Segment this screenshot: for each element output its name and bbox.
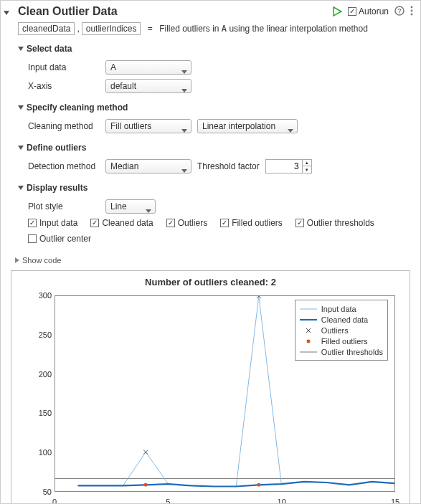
x-tick: 5	[166, 498, 170, 504]
cleaning-method-label: Cleaning method	[28, 121, 100, 131]
chk-thresholds[interactable]: Outlier thresholds	[295, 218, 374, 228]
chart-title: Number of outliers cleaned: 2	[11, 271, 410, 287]
show-code-toggle[interactable]: Show code	[8, 250, 413, 270]
output-var-1[interactable]: cleanedData	[18, 22, 75, 35]
chevron-right-icon	[15, 257, 19, 263]
svg-point-4	[411, 9, 413, 11]
xaxis-label: X-axis	[28, 81, 100, 91]
y-tick: 100	[11, 448, 52, 457]
svg-point-17	[306, 339, 310, 343]
threshold-field[interactable]	[266, 161, 302, 171]
input-data-select[interactable]: A	[105, 60, 191, 75]
svg-text:?: ?	[397, 7, 402, 14]
xaxis-select[interactable]: default	[105, 79, 191, 93]
threshold-step-down[interactable]: ▼	[303, 166, 311, 173]
svg-point-12	[257, 483, 260, 487]
autorun-checkbox[interactable]: Autorun	[348, 6, 389, 16]
y-tick: 150	[11, 409, 52, 417]
output-description: cleanedData, outlierIndices = Filled out…	[8, 21, 413, 39]
autorun-checkbox-box[interactable]	[348, 7, 356, 16]
detection-method-label: Detection method	[28, 161, 100, 171]
x-tick: 10	[278, 498, 286, 504]
output-var-2[interactable]: outlierIndices	[82, 22, 141, 35]
legend-item: Cleaned data	[300, 314, 383, 325]
y-tick: 250	[11, 331, 52, 339]
svg-marker-0	[334, 7, 341, 16]
x-tick: 15	[391, 498, 399, 504]
kebab-menu-icon[interactable]	[410, 6, 413, 18]
legend-item: Outliers	[300, 325, 383, 336]
threshold-label: Threshold factor	[197, 161, 260, 171]
chevron-down-icon	[18, 186, 24, 190]
input-data-label: Input data	[28, 62, 100, 72]
interp-method-select[interactable]: Linear interpolation	[197, 119, 298, 133]
chart: Number of outliers cleaned: 2 Input data…	[11, 270, 410, 504]
plot-style-label: Plot style	[28, 201, 100, 211]
panel-title: Clean Outlier Data	[18, 5, 332, 18]
section-select-data-header[interactable]: Select data	[18, 42, 413, 55]
detection-method-select[interactable]: Median	[105, 159, 191, 173]
y-tick: 200	[11, 370, 52, 379]
legend-item: Input data	[300, 303, 383, 314]
chk-input-data[interactable]: Input data	[28, 218, 77, 228]
svg-point-5	[411, 13, 413, 15]
autorun-label: Autorun	[359, 6, 389, 16]
chevron-down-icon	[18, 146, 24, 150]
section-cleaning-header[interactable]: Specify cleaning method	[18, 101, 413, 114]
chk-cleaned-data[interactable]: Cleaned data	[90, 218, 153, 228]
legend-item: Outlier thresholds	[300, 346, 383, 357]
svg-point-11	[144, 483, 148, 487]
svg-point-3	[411, 6, 413, 8]
legend-item: Filled outliers	[300, 336, 383, 346]
x-tick: 0	[52, 498, 57, 504]
legend: Input dataCleaned dataOutliersFilled out…	[295, 300, 388, 361]
y-tick: 300	[11, 291, 52, 300]
chk-outliers[interactable]: Outliers	[166, 218, 207, 228]
threshold-step-up[interactable]: ▲	[303, 160, 311, 166]
panel-collapse-icon[interactable]	[4, 7, 9, 17]
plot-style-select[interactable]: Line	[105, 199, 156, 214]
section-display-header[interactable]: Display results	[18, 181, 413, 194]
threshold-input[interactable]: ▲ ▼	[265, 159, 312, 173]
chk-filled[interactable]: Filled outliers	[220, 218, 283, 228]
section-define-header[interactable]: Define outliers	[18, 141, 413, 154]
chevron-down-icon	[18, 47, 24, 51]
cleaning-method-select[interactable]: Fill outliers	[105, 119, 191, 133]
y-tick: 50	[11, 488, 52, 496]
chk-center[interactable]: Outlier center	[28, 234, 91, 244]
run-button[interactable]	[332, 6, 342, 16]
help-icon[interactable]: ?	[394, 6, 405, 18]
chevron-down-icon	[18, 105, 24, 110]
